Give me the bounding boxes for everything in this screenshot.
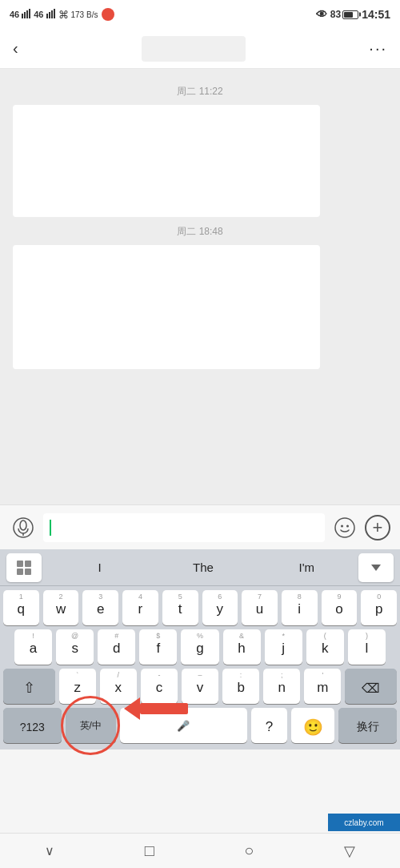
arrow-head-icon xyxy=(124,697,140,720)
nav-back[interactable]: ∨ xyxy=(45,843,54,858)
keyboard-row-4: ?123 英/中 🎤 ? 🙂 换行 xyxy=(0,704,400,749)
time-display: 14:51 xyxy=(362,8,390,21)
message-bubble-1 xyxy=(13,105,320,217)
key-t[interactable]: 5t xyxy=(162,590,198,625)
svg-rect-0 xyxy=(22,14,23,18)
svg-point-13 xyxy=(346,524,349,527)
text-cursor xyxy=(50,520,51,536)
suggestions-bar: I The I'm xyxy=(0,549,400,586)
emoji-button[interactable] xyxy=(331,514,358,541)
key-a[interactable]: !a xyxy=(14,629,52,665)
shift-key[interactable]: ⇧ xyxy=(3,669,55,704)
expand-arrow-icon xyxy=(371,565,381,571)
signal-bars-2 xyxy=(46,9,56,20)
battery-indicator: 83 xyxy=(330,9,358,20)
key-g[interactable]: %g xyxy=(181,629,218,665)
wifi-icon: ⌘ xyxy=(58,9,69,21)
key-h[interactable]: &h xyxy=(223,629,261,665)
svg-rect-3 xyxy=(29,9,30,18)
key-q[interactable]: 1q xyxy=(3,590,39,625)
key-y[interactable]: 6y xyxy=(202,590,238,625)
message-bubble-2 xyxy=(13,245,320,369)
arrow-body xyxy=(140,703,188,714)
key-k[interactable]: (k xyxy=(306,629,344,665)
key-z[interactable]: `z xyxy=(59,669,96,704)
suggestion-The[interactable]: The xyxy=(151,561,254,574)
signal-info: 46 46 ⌘ 173 B/s xyxy=(10,8,114,21)
key-w[interactable]: 2w xyxy=(43,590,79,625)
timestamp-2: 周二 18:48 xyxy=(13,225,387,239)
back-button[interactable]: ‹ xyxy=(13,39,18,58)
suggestion-expand[interactable] xyxy=(358,553,394,582)
keyboard: I The I'm 1q 2w 3e 4r 5t 6y 7u 8i 9o 0p … xyxy=(0,549,400,749)
key-e[interactable]: 3e xyxy=(82,590,118,625)
status-right: 👁 83 14:51 xyxy=(316,8,390,21)
emoji-face-key[interactable]: 🙂 xyxy=(291,708,334,743)
backspace-key[interactable]: ⌫ xyxy=(345,669,397,704)
key-m[interactable]: 'm xyxy=(304,669,341,704)
battery-fill xyxy=(344,12,353,18)
suggestion-I[interactable]: I xyxy=(48,561,151,574)
key-u[interactable]: 7u xyxy=(242,590,278,625)
keyboard-row-3: ⇧ `z /x -c –v :b ;n 'm ⌫ xyxy=(0,665,400,704)
key-l[interactable]: )l xyxy=(348,629,386,665)
key-n[interactable]: ;n xyxy=(263,669,300,704)
key-j[interactable]: *j xyxy=(265,629,302,665)
svg-point-11 xyxy=(335,518,354,537)
svg-rect-4 xyxy=(46,14,48,18)
signal-bars-1 xyxy=(22,9,31,20)
svg-rect-1 xyxy=(24,12,26,18)
add-button[interactable]: + xyxy=(365,515,390,540)
svg-rect-2 xyxy=(26,10,28,18)
mic-icon-small: 🎤 xyxy=(177,720,190,732)
num123-key[interactable]: ?123 xyxy=(3,708,62,743)
nav-circle[interactable]: ○ xyxy=(244,842,254,860)
key-p[interactable]: 0p xyxy=(361,590,397,625)
contact-name xyxy=(142,36,246,62)
grid-icon xyxy=(17,561,31,575)
more-button[interactable]: ··· xyxy=(369,39,387,58)
voice-button[interactable] xyxy=(10,514,37,541)
key-s[interactable]: @s xyxy=(56,629,94,665)
watermark: czlaby.com xyxy=(328,814,400,831)
key-f[interactable]: $f xyxy=(139,629,177,665)
nav-home[interactable]: □ xyxy=(145,842,154,860)
suggestion-Im[interactable]: I'm xyxy=(255,561,358,574)
timestamp-1: 周二 11:22 xyxy=(13,85,387,98)
key-d[interactable]: #d xyxy=(98,629,135,665)
red-arrow-annotation xyxy=(124,697,188,720)
text-input[interactable] xyxy=(43,513,325,542)
key-r[interactable]: 4r xyxy=(122,590,158,625)
svg-rect-7 xyxy=(54,9,55,18)
bottom-nav: ∨ □ ○ ▽ xyxy=(0,833,400,868)
key-b[interactable]: :b xyxy=(222,669,259,704)
carrier2-text: 46 xyxy=(34,10,43,19)
suggestion-grid-button[interactable] xyxy=(6,553,42,582)
svg-rect-5 xyxy=(49,12,50,18)
nav-recent[interactable]: ▽ xyxy=(344,842,355,860)
key-o[interactable]: 9o xyxy=(322,590,358,625)
lang-key[interactable]: 英/中 xyxy=(66,708,116,743)
key-i[interactable]: 8i xyxy=(282,590,318,625)
data-speed: 173 B/s xyxy=(71,10,98,19)
status-bar: 46 46 ⌘ 173 B/s 👁 83 14:51 xyxy=(0,0,400,29)
eye-icon: 👁 xyxy=(316,8,327,21)
svg-rect-6 xyxy=(51,10,53,18)
battery-icon xyxy=(342,10,358,19)
question-key[interactable]: ? xyxy=(251,708,287,743)
keyboard-row-1: 1q 2w 3e 4r 5t 6y 7u 8i 9o 0p xyxy=(0,586,400,625)
chat-area: 周二 11:22 周二 18:48 xyxy=(0,69,400,504)
keyboard-row-2: !a @s #d $f %g &h *j (k )l xyxy=(0,625,400,665)
return-key[interactable]: 换行 xyxy=(338,708,397,743)
input-bar: + xyxy=(0,504,400,549)
carrier-text: 46 xyxy=(10,10,19,19)
battery-percent: 83 xyxy=(330,9,341,20)
svg-point-12 xyxy=(341,524,343,527)
svg-point-9 xyxy=(20,520,26,530)
app-bar: ‹ ··· xyxy=(0,29,400,69)
orange-dot xyxy=(102,8,114,21)
